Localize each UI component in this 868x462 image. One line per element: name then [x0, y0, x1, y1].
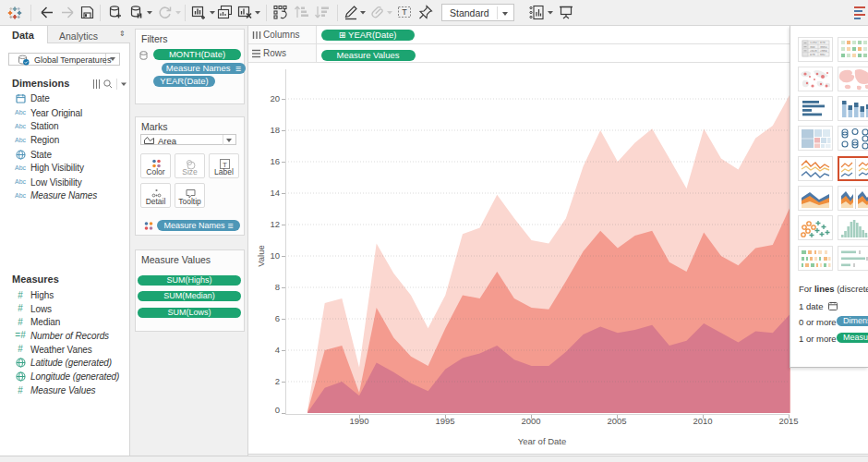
svg-text:8: 8 — [275, 282, 280, 292]
svg-text:12: 12 — [270, 219, 280, 229]
svg-text:20: 20 — [270, 93, 280, 103]
svg-text:1990: 1990 — [349, 416, 368, 426]
svg-text:T: T — [402, 7, 407, 17]
svg-text:975: 975 — [810, 52, 815, 55]
svg-text:4: 4 — [275, 345, 280, 355]
svg-text:502: 502 — [820, 52, 826, 55]
svg-text:2005: 2005 — [607, 416, 626, 426]
svg-text:2015: 2015 — [778, 416, 798, 426]
svg-text:1995: 1995 — [435, 416, 454, 426]
svg-text:0: 0 — [275, 405, 280, 415]
svg-text:2010: 2010 — [693, 416, 712, 426]
svg-text:14: 14 — [270, 188, 280, 198]
svg-text:10: 10 — [270, 250, 280, 261]
svg-text:2000: 2000 — [521, 416, 540, 426]
svg-text:16: 16 — [270, 156, 280, 166]
svg-text:6: 6 — [275, 313, 280, 323]
svg-text:18: 18 — [270, 125, 280, 135]
svg-text:Value: Value — [256, 245, 266, 267]
svg-text:2: 2 — [275, 376, 280, 386]
svg-text:Year of Date: Year of Date — [518, 436, 566, 446]
